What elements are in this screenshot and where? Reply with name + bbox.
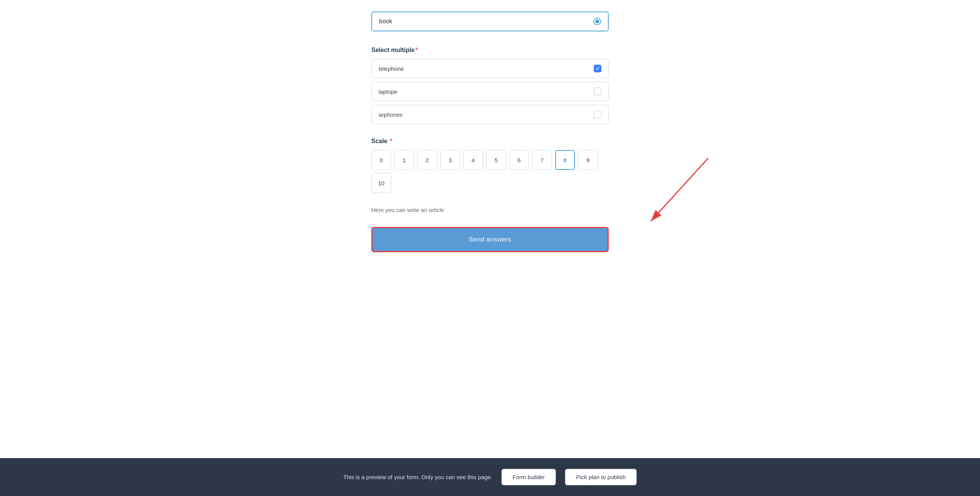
book-input-section: book (371, 11, 609, 31)
required-star: * (415, 47, 418, 53)
form-builder-button[interactable]: Form builder (501, 469, 556, 485)
scale-section: Scale * 0 1 2 3 4 5 6 7 8 9 10 (371, 138, 609, 193)
scale-btn-4[interactable]: 4 (463, 150, 483, 170)
arrow-annotation (601, 150, 716, 235)
book-input-field[interactable]: book (371, 11, 609, 31)
scale-btn-6[interactable]: 6 (509, 150, 529, 170)
pick-plan-button[interactable]: Pick plan to publish (565, 469, 637, 485)
option-telephone[interactable]: telephone (371, 59, 609, 78)
main-content: book Select multiple* telephone laptope … (0, 0, 980, 458)
book-input-value: book (379, 18, 392, 25)
scale-btn-2[interactable]: 2 (417, 150, 437, 170)
telephone-checkbox[interactable] (594, 65, 601, 72)
book-radio-inner (595, 20, 599, 23)
scale-btn-0[interactable]: 0 (371, 150, 391, 170)
option-laptope-label: laptope (379, 88, 397, 95)
select-multiple-label: Select multiple* (371, 47, 609, 54)
send-answers-wrapper: Send answers (371, 227, 609, 252)
scale-btn-10[interactable]: 10 (371, 173, 391, 193)
scale-btn-3[interactable]: 3 (440, 150, 460, 170)
form-container: book Select multiple* telephone laptope … (371, 8, 609, 435)
scale-btn-1[interactable]: 1 (394, 150, 414, 170)
article-section: Here you can write an article (371, 207, 609, 213)
footer-bar: This is a preview of your form. Only you… (0, 458, 980, 496)
book-radio-circle (593, 18, 601, 25)
scale-btn-9[interactable]: 9 (578, 150, 598, 170)
article-label: Here you can write an article (371, 207, 609, 213)
scale-btn-7[interactable]: 7 (532, 150, 552, 170)
scale-btn-8[interactable]: 8 (555, 150, 575, 170)
option-arphones-label: arphones (379, 111, 403, 118)
footer-preview-text: This is a preview of your form. Only you… (343, 474, 492, 480)
option-laptope[interactable]: laptope (371, 82, 609, 101)
arphones-checkbox[interactable] (594, 111, 601, 118)
scale-required-star: * (388, 138, 392, 144)
select-multiple-section: Select multiple* telephone laptope arpho… (371, 47, 609, 124)
laptope-checkbox[interactable] (594, 88, 601, 95)
scale-buttons-group: 0 1 2 3 4 5 6 7 8 9 10 (371, 150, 609, 193)
option-arphones[interactable]: arphones (371, 105, 609, 124)
scale-btn-5[interactable]: 5 (486, 150, 506, 170)
scale-label: Scale * (371, 138, 609, 145)
svg-line-1 (651, 158, 708, 221)
option-telephone-label: telephone (379, 65, 404, 72)
send-answers-button[interactable]: Send answers (371, 227, 609, 252)
